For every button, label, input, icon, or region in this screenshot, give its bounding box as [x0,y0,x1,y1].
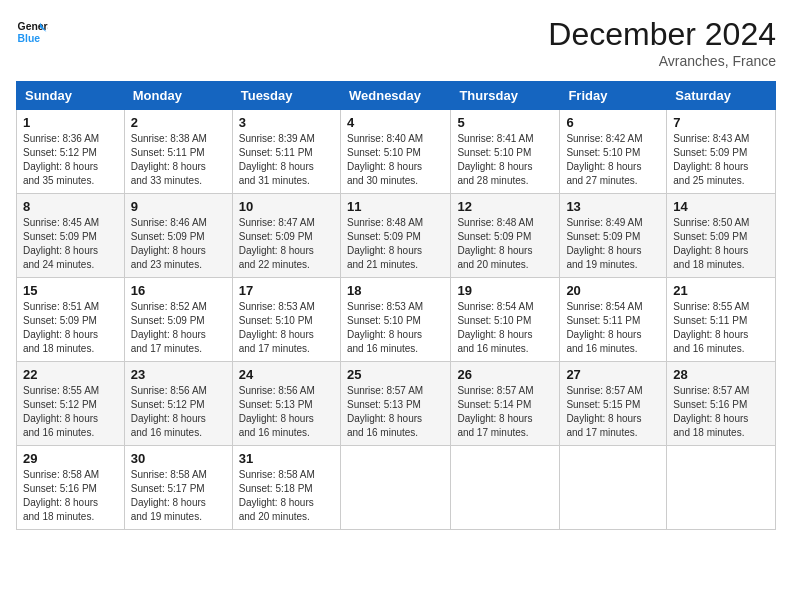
calendar-cell: 19Sunrise: 8:54 AM Sunset: 5:10 PM Dayli… [451,278,560,362]
day-info: Sunrise: 8:56 AM Sunset: 5:12 PM Dayligh… [131,384,226,440]
svg-text:General: General [18,21,48,32]
day-info: Sunrise: 8:42 AM Sunset: 5:10 PM Dayligh… [566,132,660,188]
day-number: 16 [131,283,226,298]
day-info: Sunrise: 8:38 AM Sunset: 5:11 PM Dayligh… [131,132,226,188]
weekday-header-row: SundayMondayTuesdayWednesdayThursdayFrid… [17,82,776,110]
weekday-header-sunday: Sunday [17,82,125,110]
calendar-cell: 27Sunrise: 8:57 AM Sunset: 5:15 PM Dayli… [560,362,667,446]
day-info: Sunrise: 8:36 AM Sunset: 5:12 PM Dayligh… [23,132,118,188]
calendar-cell: 12Sunrise: 8:48 AM Sunset: 5:09 PM Dayli… [451,194,560,278]
calendar-cell: 2Sunrise: 8:38 AM Sunset: 5:11 PM Daylig… [124,110,232,194]
calendar-cell [667,446,776,530]
weekday-header-friday: Friday [560,82,667,110]
calendar-cell: 1Sunrise: 8:36 AM Sunset: 5:12 PM Daylig… [17,110,125,194]
day-info: Sunrise: 8:58 AM Sunset: 5:18 PM Dayligh… [239,468,334,524]
day-number: 29 [23,451,118,466]
day-info: Sunrise: 8:54 AM Sunset: 5:11 PM Dayligh… [566,300,660,356]
day-info: Sunrise: 8:57 AM Sunset: 5:13 PM Dayligh… [347,384,444,440]
title-block: December 2024 Avranches, France [548,16,776,69]
day-info: Sunrise: 8:54 AM Sunset: 5:10 PM Dayligh… [457,300,553,356]
day-number: 22 [23,367,118,382]
day-number: 23 [131,367,226,382]
calendar-cell: 29Sunrise: 8:58 AM Sunset: 5:16 PM Dayli… [17,446,125,530]
day-number: 6 [566,115,660,130]
day-info: Sunrise: 8:43 AM Sunset: 5:09 PM Dayligh… [673,132,769,188]
day-info: Sunrise: 8:55 AM Sunset: 5:11 PM Dayligh… [673,300,769,356]
calendar-cell: 6Sunrise: 8:42 AM Sunset: 5:10 PM Daylig… [560,110,667,194]
calendar-table: SundayMondayTuesdayWednesdayThursdayFrid… [16,81,776,530]
calendar-cell: 8Sunrise: 8:45 AM Sunset: 5:09 PM Daylig… [17,194,125,278]
day-number: 19 [457,283,553,298]
day-info: Sunrise: 8:53 AM Sunset: 5:10 PM Dayligh… [347,300,444,356]
day-info: Sunrise: 8:58 AM Sunset: 5:16 PM Dayligh… [23,468,118,524]
calendar-cell: 28Sunrise: 8:57 AM Sunset: 5:16 PM Dayli… [667,362,776,446]
calendar-cell: 31Sunrise: 8:58 AM Sunset: 5:18 PM Dayli… [232,446,340,530]
day-number: 2 [131,115,226,130]
day-info: Sunrise: 8:46 AM Sunset: 5:09 PM Dayligh… [131,216,226,272]
day-number: 7 [673,115,769,130]
month-title: December 2024 [548,16,776,53]
day-info: Sunrise: 8:58 AM Sunset: 5:17 PM Dayligh… [131,468,226,524]
svg-text:Blue: Blue [18,33,41,44]
calendar-week-row: 15Sunrise: 8:51 AM Sunset: 5:09 PM Dayli… [17,278,776,362]
day-number: 17 [239,283,334,298]
calendar-cell [560,446,667,530]
day-number: 21 [673,283,769,298]
day-info: Sunrise: 8:39 AM Sunset: 5:11 PM Dayligh… [239,132,334,188]
calendar-cell: 22Sunrise: 8:55 AM Sunset: 5:12 PM Dayli… [17,362,125,446]
calendar-cell: 21Sunrise: 8:55 AM Sunset: 5:11 PM Dayli… [667,278,776,362]
calendar-cell: 11Sunrise: 8:48 AM Sunset: 5:09 PM Dayli… [340,194,450,278]
calendar-cell: 9Sunrise: 8:46 AM Sunset: 5:09 PM Daylig… [124,194,232,278]
day-info: Sunrise: 8:56 AM Sunset: 5:13 PM Dayligh… [239,384,334,440]
calendar-week-row: 8Sunrise: 8:45 AM Sunset: 5:09 PM Daylig… [17,194,776,278]
day-info: Sunrise: 8:41 AM Sunset: 5:10 PM Dayligh… [457,132,553,188]
calendar-cell: 15Sunrise: 8:51 AM Sunset: 5:09 PM Dayli… [17,278,125,362]
day-number: 27 [566,367,660,382]
calendar-cell: 13Sunrise: 8:49 AM Sunset: 5:09 PM Dayli… [560,194,667,278]
weekday-header-monday: Monday [124,82,232,110]
day-number: 26 [457,367,553,382]
weekday-header-wednesday: Wednesday [340,82,450,110]
day-number: 31 [239,451,334,466]
calendar-week-row: 29Sunrise: 8:58 AM Sunset: 5:16 PM Dayli… [17,446,776,530]
day-info: Sunrise: 8:55 AM Sunset: 5:12 PM Dayligh… [23,384,118,440]
day-info: Sunrise: 8:53 AM Sunset: 5:10 PM Dayligh… [239,300,334,356]
weekday-header-tuesday: Tuesday [232,82,340,110]
day-info: Sunrise: 8:45 AM Sunset: 5:09 PM Dayligh… [23,216,118,272]
day-number: 18 [347,283,444,298]
day-number: 8 [23,199,118,214]
calendar-cell: 16Sunrise: 8:52 AM Sunset: 5:09 PM Dayli… [124,278,232,362]
day-number: 20 [566,283,660,298]
calendar-cell: 4Sunrise: 8:40 AM Sunset: 5:10 PM Daylig… [340,110,450,194]
calendar-cell: 25Sunrise: 8:57 AM Sunset: 5:13 PM Dayli… [340,362,450,446]
calendar-cell: 23Sunrise: 8:56 AM Sunset: 5:12 PM Dayli… [124,362,232,446]
day-number: 1 [23,115,118,130]
calendar-cell: 3Sunrise: 8:39 AM Sunset: 5:11 PM Daylig… [232,110,340,194]
day-number: 30 [131,451,226,466]
day-info: Sunrise: 8:49 AM Sunset: 5:09 PM Dayligh… [566,216,660,272]
calendar-cell: 17Sunrise: 8:53 AM Sunset: 5:10 PM Dayli… [232,278,340,362]
day-info: Sunrise: 8:47 AM Sunset: 5:09 PM Dayligh… [239,216,334,272]
calendar-cell: 30Sunrise: 8:58 AM Sunset: 5:17 PM Dayli… [124,446,232,530]
logo-icon: General Blue [16,16,48,48]
day-number: 14 [673,199,769,214]
calendar-cell: 24Sunrise: 8:56 AM Sunset: 5:13 PM Dayli… [232,362,340,446]
calendar-week-row: 1Sunrise: 8:36 AM Sunset: 5:12 PM Daylig… [17,110,776,194]
day-info: Sunrise: 8:48 AM Sunset: 5:09 PM Dayligh… [457,216,553,272]
day-number: 12 [457,199,553,214]
calendar-cell: 18Sunrise: 8:53 AM Sunset: 5:10 PM Dayli… [340,278,450,362]
day-number: 24 [239,367,334,382]
day-number: 3 [239,115,334,130]
day-number: 5 [457,115,553,130]
day-number: 15 [23,283,118,298]
logo: General Blue [16,16,48,48]
day-info: Sunrise: 8:57 AM Sunset: 5:15 PM Dayligh… [566,384,660,440]
day-number: 25 [347,367,444,382]
day-info: Sunrise: 8:50 AM Sunset: 5:09 PM Dayligh… [673,216,769,272]
calendar-week-row: 22Sunrise: 8:55 AM Sunset: 5:12 PM Dayli… [17,362,776,446]
day-info: Sunrise: 8:57 AM Sunset: 5:16 PM Dayligh… [673,384,769,440]
calendar-cell [340,446,450,530]
day-number: 10 [239,199,334,214]
day-info: Sunrise: 8:52 AM Sunset: 5:09 PM Dayligh… [131,300,226,356]
day-info: Sunrise: 8:40 AM Sunset: 5:10 PM Dayligh… [347,132,444,188]
